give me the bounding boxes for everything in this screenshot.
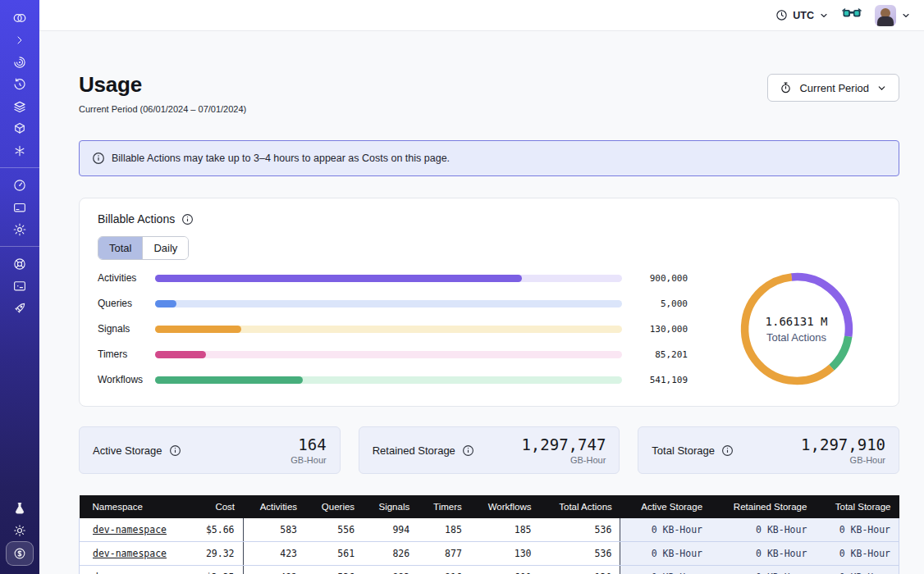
bar-row-queries: Queries5,000 — [98, 298, 688, 309]
total-storage-label: Total Storage — [652, 444, 715, 457]
retained-storage-value: 1,297,747 — [521, 435, 606, 453]
table-header-row: NamespaceCostActivitiesQueriesSignalsTim… — [80, 495, 899, 518]
bar-track — [155, 326, 622, 333]
table-cell: 0 KB-Hour — [620, 566, 711, 574]
donut-segment-0 — [739, 271, 853, 385]
table-cell: $3.35 — [190, 566, 243, 574]
asterisk-icon[interactable] — [6, 139, 34, 162]
retained-storage-label: Retained Storage — [373, 444, 455, 457]
table-row: dev-namespace29.324235618268771305360 KB… — [80, 542, 899, 566]
rocket-icon[interactable] — [6, 297, 34, 319]
bar-row-activities: Activities900,000 — [98, 272, 688, 284]
billable-view-toggle: Total Daily — [98, 236, 189, 260]
chevron-down-icon — [901, 11, 911, 20]
usage-gauge-icon[interactable] — [6, 174, 34, 196]
expand-chevron-right-icon[interactable] — [6, 29, 34, 51]
table-cell: 0 KB-Hour — [815, 566, 899, 574]
table-cell: 185 — [470, 518, 540, 542]
cube-icon[interactable] — [6, 117, 34, 139]
active-storage-value: 164 — [290, 435, 326, 453]
info-icon[interactable] — [181, 213, 194, 226]
table-cell: 536 — [540, 518, 620, 542]
table-cell: 883 — [363, 566, 418, 574]
chevron-down-icon — [876, 83, 887, 93]
total-storage-card: Total Storage 1,297,910 GB-Hour — [638, 426, 899, 474]
bar-value: 85,201 — [622, 349, 688, 360]
settings-gear-icon[interactable] — [6, 218, 34, 240]
column-header: Activities — [243, 495, 305, 518]
table-cell: 877 — [418, 542, 470, 566]
table-cell: 994 — [363, 518, 418, 542]
table-cell: 600 — [470, 566, 540, 574]
bar-track — [155, 300, 622, 308]
feedback-terminal-icon[interactable] — [6, 275, 34, 297]
tab-total[interactable]: Total — [98, 237, 142, 259]
sidebar-divider — [0, 246, 39, 247]
table-body: dev-namespace$5.665835569941851855360 KB… — [80, 518, 899, 574]
info-banner-text: Billable Actions may take up to 3–4 hour… — [112, 153, 450, 164]
column-header: Workflows — [470, 495, 540, 518]
bar-value: 900,000 — [622, 273, 688, 284]
namespace-usage-table: NamespaceCostActivitiesQueriesSignalsTim… — [79, 495, 899, 574]
layers-icon[interactable] — [6, 95, 34, 117]
namespace-link[interactable]: dev-namespace — [93, 524, 167, 535]
goggles-icon[interactable] — [842, 7, 862, 23]
bar-label: Queries — [98, 298, 155, 309]
column-header: Active Storage — [620, 495, 711, 518]
timezone-selector[interactable]: UTC — [775, 9, 829, 21]
bar-fill — [155, 300, 176, 308]
bar-value: 541,109 — [622, 375, 688, 385]
column-header: Total Actions — [540, 495, 620, 518]
theme-sun-icon[interactable] — [6, 519, 34, 541]
table-cell: 0 KB-Hour — [620, 518, 711, 542]
namespace-cell: dev-namespace — [80, 566, 190, 574]
table-cell: 185 — [418, 518, 470, 542]
info-icon[interactable] — [462, 444, 474, 457]
user-menu[interactable] — [875, 5, 911, 26]
info-banner: Billable Actions may take up to 3–4 hour… — [79, 140, 899, 176]
workflows-spiral-icon[interactable] — [6, 51, 34, 73]
bar-value: 130,000 — [622, 324, 688, 335]
pricing-coin-icon[interactable] — [6, 541, 34, 566]
billing-card-icon[interactable] — [6, 196, 34, 218]
info-icon[interactable] — [169, 444, 181, 457]
table-cell: 0 KB-Hour — [711, 566, 815, 574]
active-storage-card: Active Storage 164 GB-Hour — [79, 426, 341, 474]
stopwatch-icon — [780, 81, 792, 94]
table-cell: 556 — [305, 518, 363, 542]
column-header: Queries — [305, 495, 363, 518]
page-header: Usage Current Period (06/01/2024 – 07/01… — [79, 72, 899, 114]
bar-track — [155, 376, 622, 384]
avatar[interactable] — [875, 5, 896, 26]
table-cell: 0 KB-Hour — [620, 542, 711, 566]
lab-flask-icon[interactable] — [6, 497, 34, 519]
column-header: Signals — [363, 495, 418, 518]
bar-fill — [155, 326, 241, 333]
tab-daily[interactable]: Daily — [142, 237, 188, 259]
table-cell: $5.66 — [190, 518, 243, 542]
donut-segment-1 — [737, 270, 855, 388]
info-icon[interactable] — [721, 444, 734, 457]
timezone-label: UTC — [793, 10, 814, 21]
total-storage-unit: GB-Hour — [801, 455, 885, 465]
page-subtitle: Current Period (06/01/2024 – 07/01/2024) — [79, 104, 246, 114]
namespace-cell: dev-namespace — [80, 518, 190, 542]
info-icon — [92, 152, 105, 165]
table-cell: 536 — [540, 542, 620, 566]
history-retry-icon[interactable] — [6, 73, 34, 95]
namespace-link[interactable]: dev-namespace — [93, 548, 167, 559]
bar-label: Workflows — [98, 374, 155, 385]
table-cell: 130 — [540, 566, 620, 574]
namespace-cell: dev-namespace — [80, 542, 190, 566]
table-cell: 561 — [305, 542, 363, 566]
bar-row-signals: Signals130,000 — [98, 323, 688, 335]
bar-track — [155, 275, 622, 282]
billable-actions-card: Billable Actions Total Daily Activities9… — [79, 198, 899, 407]
table-cell: 0 KB-Hour — [711, 542, 815, 566]
bar-row-timers: Timers85,201 — [98, 348, 688, 360]
billable-bars: Activities900,000Queries5,000Signals130,… — [98, 272, 712, 385]
support-lifebuoy-icon[interactable] — [6, 253, 34, 275]
bar-value: 5,000 — [622, 298, 688, 309]
temporal-logo-icon[interactable] — [6, 7, 34, 29]
current-period-dropdown[interactable]: Current Period — [767, 74, 899, 102]
